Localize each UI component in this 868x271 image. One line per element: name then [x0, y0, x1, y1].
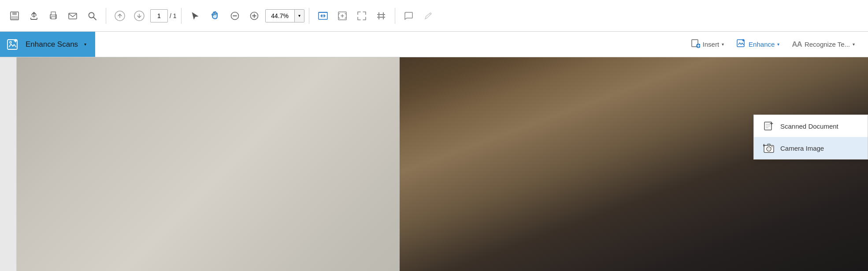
- insert-arrow: ▾: [722, 42, 724, 47]
- scanned-document-item[interactable]: Scanned Document: [754, 115, 868, 137]
- zoom-dropdown-button[interactable]: ▾: [294, 10, 304, 22]
- insert-icon: [690, 38, 700, 50]
- zoom-value-input[interactable]: [266, 10, 294, 22]
- recognize-text-button[interactable]: AA Recognize Te... ▾: [786, 32, 861, 57]
- svg-rect-1: [12, 12, 17, 15]
- next-page-button[interactable]: [130, 7, 148, 25]
- search-button[interactable]: [83, 7, 101, 25]
- select-tool-button[interactable]: [186, 7, 204, 25]
- page-total: / 1: [170, 12, 177, 19]
- divider-1: [106, 8, 106, 24]
- divider-2: [181, 8, 182, 24]
- svg-point-38: [768, 148, 770, 150]
- divider-4: [395, 8, 395, 24]
- insert-label: Insert: [703, 41, 720, 48]
- svg-rect-5: [51, 12, 56, 15]
- svg-point-26: [10, 41, 11, 43]
- insert-button[interactable]: Insert ▾: [684, 32, 731, 57]
- main-toolbar: 1 / 1: [0, 0, 868, 32]
- upload-button[interactable]: [25, 7, 43, 25]
- svg-line-10: [93, 17, 96, 20]
- fit-page-button[interactable]: [333, 7, 352, 25]
- enhance-label: Enhance: [749, 41, 775, 48]
- enhance-dropdown: Scanned Document Camera Image: [753, 115, 868, 160]
- camera-image-label: Camera Image: [780, 145, 824, 152]
- save-button[interactable]: [5, 7, 24, 25]
- cursor-tools: [186, 7, 224, 25]
- page-navigation: 1 / 1: [150, 9, 177, 22]
- fit-tools: [314, 7, 390, 25]
- camera-image-icon: [763, 142, 775, 154]
- enhance-scans-label: Enhance Scans: [26, 40, 78, 49]
- svg-rect-22: [377, 17, 385, 18]
- document-page: [17, 57, 868, 271]
- fit-width-button[interactable]: [314, 7, 332, 25]
- document-image-content: [400, 57, 868, 271]
- fullscreen-button[interactable]: [352, 7, 371, 25]
- scanned-document-icon: [763, 120, 775, 132]
- enhance-scans-arrow: ▾: [84, 42, 86, 47]
- recognize-arrow: ▾: [853, 42, 855, 47]
- enhance-scans-icon: [5, 37, 21, 52]
- svg-point-39: [772, 146, 772, 147]
- nav-tools: [111, 7, 148, 25]
- enhance-arrow: ▾: [777, 42, 779, 47]
- hand-tool-button[interactable]: [205, 7, 224, 25]
- email-button[interactable]: [63, 7, 82, 25]
- recognize-icon: AA: [792, 40, 802, 49]
- camera-image-item[interactable]: Camera Image: [754, 137, 868, 159]
- prev-page-button[interactable]: [111, 7, 129, 25]
- recognize-label: Recognize Te...: [805, 41, 850, 48]
- svg-rect-8: [69, 13, 77, 19]
- document-area: Scanned Document Camera Image: [0, 57, 868, 271]
- zoom-tools: [226, 7, 263, 25]
- svg-rect-2: [11, 16, 18, 19]
- scanned-document-label: Scanned Document: [780, 123, 838, 130]
- secondary-toolbar: Enhance Scans ▾ Insert ▾: [0, 32, 868, 57]
- enhance-button[interactable]: Enhance ▾: [730, 32, 786, 57]
- zoom-in-button[interactable]: [245, 7, 263, 25]
- file-tools: [5, 7, 101, 25]
- svg-rect-21: [377, 14, 385, 15]
- print-button[interactable]: [44, 7, 63, 25]
- svg-point-7: [55, 15, 56, 16]
- zoom-level[interactable]: ▾: [265, 9, 304, 22]
- enhance-scans-tab[interactable]: Enhance Scans ▾: [0, 32, 95, 57]
- annotation-tools: [400, 7, 438, 25]
- svg-rect-23: [378, 12, 379, 19]
- comment-button[interactable]: [400, 7, 418, 25]
- svg-rect-6: [51, 17, 56, 19]
- svg-rect-24: [383, 12, 384, 19]
- enhance-icon: [736, 38, 746, 50]
- secondary-toolbar-actions: Insert ▾ Enhance ▾ AA Recognize Te... ▾: [684, 32, 868, 57]
- divider-3: [309, 8, 309, 24]
- insert-bar-button[interactable]: [372, 7, 390, 25]
- page-number-input[interactable]: 1: [150, 9, 168, 22]
- zoom-out-button[interactable]: [226, 7, 244, 25]
- markup-button[interactable]: [419, 7, 438, 25]
- doc-sidebar: [0, 57, 17, 271]
